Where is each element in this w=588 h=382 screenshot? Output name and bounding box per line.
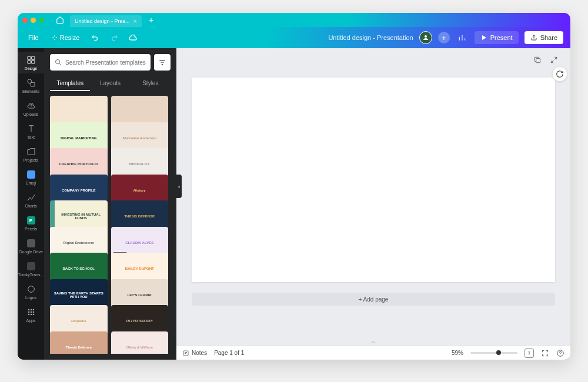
footer-bar: Notes Page 1 of 1 59% 1 [176,346,570,360]
svg-point-16 [32,314,34,316]
page-indicator: Page 1 of 1 [214,350,244,356]
document-tab[interactable]: Untitled design - Pres... × [70,15,142,27]
text-icon [26,123,36,134]
rail-elements[interactable]: Elements [18,75,44,96]
pexels-icon: P [26,215,36,226]
filter-button[interactable] [154,54,171,71]
template-title: SAVING THE EARTH STARTS WITH YOU [52,291,105,299]
svg-point-17 [56,60,60,64]
template-title: Olivia & William [126,346,153,349]
svg-point-9 [30,309,32,311]
svg-rect-19 [183,351,188,356]
rail-tomky[interactable]: TomkyTrans... [18,258,44,280]
minimize-window-button[interactable] [31,18,36,23]
duplicate-page-button[interactable] [532,54,543,66]
templates-grid[interactable]: DIGITAL MARKETINGMarceline AndersonCREAT… [50,96,171,354]
rail-design[interactable]: Design [18,52,44,73]
pages-count-button[interactable]: 1 [524,349,534,358]
help-button[interactable] [556,349,564,357]
uploads-icon [26,100,36,111]
template-title: INVESTING IN MUTUAL FUNDS [57,213,105,220]
file-menu[interactable]: File [25,32,42,43]
search-icon [55,59,62,66]
svg-rect-2 [31,56,34,59]
rail-pexels[interactable]: P Pexels [18,212,44,234]
rail-text[interactable]: Text [18,120,44,142]
logos-icon [26,284,36,294]
close-tab-button[interactable]: × [133,18,137,25]
pages-tray-toggle[interactable]: ︿ [370,337,376,346]
zoom-level[interactable]: 59% [452,350,463,356]
svg-point-12 [30,311,32,313]
template-title: Biopedia [71,319,86,323]
present-button[interactable]: Present [475,31,519,44]
add-page-button[interactable]: + Add page [192,293,555,306]
side-panel: Templates Layouts Styles DIGITAL MARKETI… [44,48,176,360]
template-title: CLAUDIA ALVES [125,241,153,244]
rail-gdrive[interactable]: Google Drive [18,235,44,257]
projects-icon [26,146,36,157]
window-tabbar: Untitled design - Pres... × + [18,13,570,27]
svg-rect-3 [28,61,31,63]
template-title: BACK TO SCHOOL [62,267,95,270]
template-title: Digital Brainstorm [64,241,94,244]
expand-page-button[interactable] [548,54,560,66]
maximize-window-button[interactable] [39,18,44,23]
template-title: BAILEY DUPONT [125,267,154,270]
notes-button[interactable]: Notes [182,350,207,357]
svg-point-13 [32,311,34,313]
apps-icon [26,307,36,317]
ai-assist-button[interactable] [553,67,567,81]
template-title: THESIS DEFENSE [124,215,155,218]
notes-icon [182,350,189,357]
svg-rect-1 [28,56,31,59]
close-window-button[interactable] [22,18,28,23]
template-title: COMPANY PROFILE [62,189,96,192]
rail-apps[interactable]: Apps [18,304,44,326]
tab-styles[interactable]: Styles [131,76,171,91]
user-avatar[interactable] [419,31,432,44]
document-title[interactable]: Untitled design - Presentation [328,34,413,41]
template-title: LET'S LEARN! [128,293,152,297]
canvas-viewport[interactable]: + Add page [176,48,570,346]
rail-uploads[interactable]: Uploads [18,98,44,119]
resize-button[interactable]: Resize [48,32,83,43]
zoom-slider[interactable] [470,352,517,354]
add-collaborator-button[interactable]: + [438,32,450,43]
panel-collapse-handle[interactable]: ◂ [176,175,182,198]
share-button[interactable]: Share [524,31,563,44]
svg-point-0 [425,35,427,38]
tomky-icon [26,261,36,272]
tab-layouts[interactable]: Layouts [90,76,130,91]
canvas-tools [532,54,560,66]
main-toolbar: File Resize Untitled design - Presentati… [18,27,570,48]
slide[interactable] [192,78,555,282]
zoom-thumb[interactable] [496,350,501,355]
home-button[interactable] [54,14,66,26]
rail-charts[interactable]: Charts [18,189,44,211]
design-icon [26,55,36,65]
undo-button[interactable] [89,31,102,44]
tab-title: Untitled design - Pres... [75,18,130,24]
template-title: History [133,189,146,192]
template-thumbnail[interactable]: Olivia & William [111,331,169,354]
rail-projects[interactable]: Projects [18,143,44,165]
svg-point-11 [28,311,29,313]
template-thumbnail[interactable]: Thesis Defense [50,331,108,354]
search-field[interactable] [50,54,151,71]
cloud-sync-icon[interactable] [126,31,139,44]
rail-logos[interactable]: Logos [18,281,44,303]
redo-button[interactable] [108,31,121,44]
tab-templates[interactable]: Templates [50,76,90,91]
emoji-icon [26,169,36,180]
fullscreen-button[interactable] [541,349,549,357]
analytics-button[interactable] [456,31,469,44]
panel-tabs: Templates Layouts Styles [50,76,171,91]
template-title: Marceline Anderson [123,136,156,140]
new-tab-button[interactable]: + [145,14,157,26]
rail-emoji[interactable]: Emoji [18,166,44,188]
svg-point-10 [32,309,34,311]
search-input[interactable] [65,59,146,66]
filter-icon [158,58,166,66]
svg-rect-4 [31,61,34,63]
